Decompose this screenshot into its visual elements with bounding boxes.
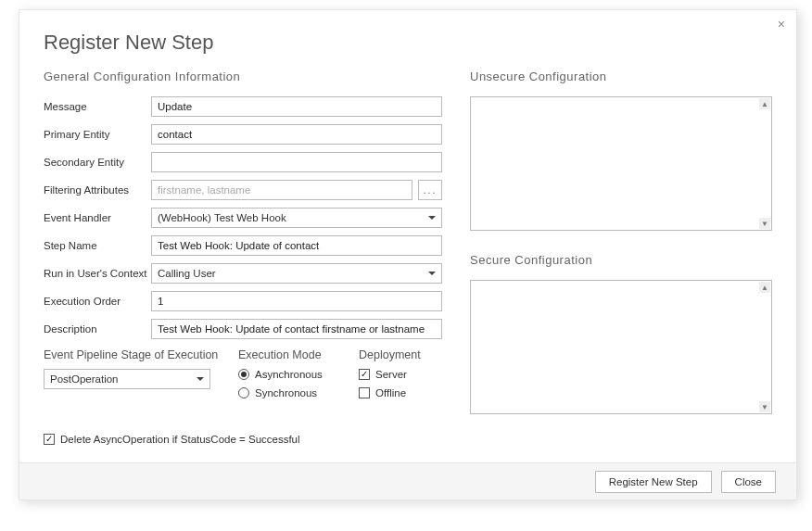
- deployment-offline-checkbox[interactable]: [359, 387, 370, 398]
- chevron-down-icon: [428, 216, 436, 220]
- secondary-entity-input[interactable]: [151, 152, 442, 172]
- label-filtering-attributes: Filtering Attributes: [44, 184, 151, 196]
- label-primary-entity: Primary Entity: [44, 129, 151, 140]
- run-context-select[interactable]: Calling User: [151, 263, 442, 284]
- execution-mode-sync-radio[interactable]: [238, 387, 249, 398]
- label-description: Description: [44, 323, 151, 335]
- secure-config-header: Secure Configuration: [470, 253, 772, 267]
- execution-mode-async-radio[interactable]: [238, 369, 249, 380]
- pipeline-stage-select[interactable]: PostOperation: [44, 369, 210, 389]
- register-new-step-button[interactable]: Register New Step: [595, 471, 712, 493]
- scroll-up-icon[interactable]: ▲: [759, 98, 770, 109]
- label-secondary-entity: Secondary Entity: [44, 157, 151, 168]
- general-config-header: General Configuration Information: [44, 70, 442, 83]
- filtering-attributes-picker-button[interactable]: ...: [418, 180, 442, 200]
- close-button[interactable]: Close: [721, 471, 776, 493]
- label-event-handler: Event Handler: [44, 212, 151, 223]
- delete-async-checkbox[interactable]: [44, 434, 55, 445]
- label-step-name: Step Name: [44, 240, 151, 251]
- run-context-value: Calling User: [158, 268, 216, 279]
- scroll-up-icon[interactable]: ▲: [759, 282, 770, 293]
- execution-mode-header: Execution Mode: [238, 348, 340, 361]
- execution-order-input[interactable]: [151, 291, 442, 311]
- unsecure-config-textarea[interactable]: [471, 97, 758, 227]
- description-input[interactable]: [151, 319, 442, 339]
- pipeline-stage-header: Event Pipeline Stage of Execution: [44, 348, 220, 361]
- dialog-footer: Register New Step Close: [19, 462, 796, 499]
- message-input[interactable]: [151, 96, 442, 117]
- primary-entity-input[interactable]: [151, 124, 442, 145]
- execution-mode-async-label: Asynchronous: [255, 369, 323, 380]
- secure-config-textarea[interactable]: [471, 281, 758, 411]
- label-run-context: Run in User's Context: [44, 268, 151, 279]
- event-handler-select[interactable]: (WebHook) Test Web Hook: [151, 208, 442, 228]
- step-name-input[interactable]: [151, 235, 442, 256]
- label-message: Message: [44, 101, 151, 112]
- event-handler-value: (WebHook) Test Web Hook: [158, 212, 286, 223]
- unsecure-config-header: Unsecure Configuration: [470, 70, 772, 83]
- filtering-attributes-input[interactable]: [151, 180, 412, 200]
- dialog-title: Register New Step: [44, 31, 772, 55]
- scroll-down-icon[interactable]: ▼: [759, 218, 770, 229]
- pipeline-stage-value: PostOperation: [50, 373, 119, 385]
- close-icon[interactable]: ×: [778, 18, 785, 31]
- deployment-server-checkbox[interactable]: [359, 369, 370, 380]
- execution-mode-sync-label: Synchronous: [255, 387, 317, 398]
- deployment-offline-label: Offline: [375, 387, 406, 398]
- delete-async-label: Delete AsyncOperation if StatusCode = Su…: [60, 434, 300, 445]
- chevron-down-icon: [428, 272, 436, 275]
- chevron-down-icon: [197, 377, 204, 381]
- scroll-down-icon[interactable]: ▼: [759, 401, 770, 412]
- label-execution-order: Execution Order: [44, 296, 151, 307]
- deployment-header: Deployment: [359, 348, 442, 361]
- deployment-server-label: Server: [375, 369, 407, 380]
- register-step-dialog: × Register New Step General Configuratio…: [19, 9, 797, 500]
